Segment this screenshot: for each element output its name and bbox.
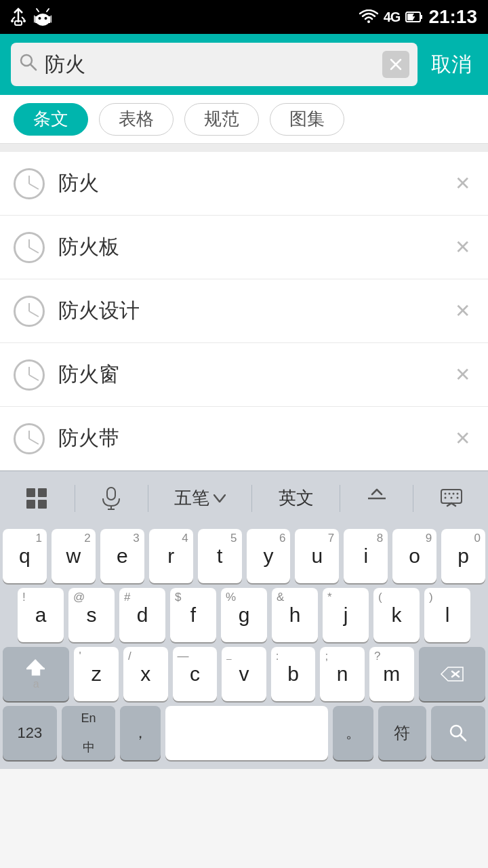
remove-history-button[interactable]: ✕ [450,235,474,260]
key-p[interactable]: 0p [441,529,485,583]
result-text: 防火设计 [58,297,450,325]
lang-switch-button[interactable]: 英文 [268,478,325,519]
tab-atlas[interactable]: 图集 [270,103,344,136]
key-o[interactable]: 9o [392,529,436,583]
history-icon [14,168,45,199]
search-input[interactable] [45,53,375,76]
list-item[interactable]: 防火带 ✕ [0,407,488,471]
comma-key[interactable]: ， [120,706,161,760]
special-chars-key[interactable]: 符 [378,706,427,760]
space-key[interactable] [165,706,327,760]
key-f[interactable]: $f [170,588,216,642]
key-row-4: 123 En 中 ， 。 符 [3,706,485,760]
key-m[interactable]: ?m [369,647,414,701]
separator [251,485,252,512]
key-l[interactable]: )l [424,588,470,642]
key-j[interactable]: *j [323,588,369,642]
key-q[interactable]: 1q [3,529,47,583]
key-z[interactable]: 'z [74,647,119,701]
clear-search-button[interactable] [382,51,409,78]
tab-article[interactable]: 条文 [14,103,88,136]
key-i[interactable]: 8i [344,529,388,583]
hide-keyboard-icon [440,488,463,509]
dropdown-icon [214,494,226,502]
svg-point-12 [39,17,41,20]
input-method-label: 五笔 [174,486,209,510]
remove-history-button[interactable]: ✕ [450,427,474,451]
shift-key[interactable]: a [3,647,69,701]
svg-line-4 [22,17,24,20]
search-bar: 取消 [0,34,488,95]
remove-history-button[interactable]: ✕ [450,299,474,323]
result-text: 防火板 [58,233,450,261]
usb-icon [11,7,26,26]
key-v[interactable]: _v [222,647,266,701]
result-text: 防火带 [58,425,450,452]
remove-history-button[interactable]: ✕ [450,172,474,196]
list-item[interactable]: 防火 ✕ [0,152,488,216]
lang-key[interactable]: En 中 [62,706,116,760]
result-text: 防火 [58,170,450,197]
period-key[interactable]: 。 [333,706,373,760]
hide-keyboard-button[interactable] [429,478,474,519]
keyboard: 1q 2w 3e 4r 5t 6y 7u 8i 9o 0p !a @s #d $… [0,525,488,769]
list-item[interactable]: 防火板 ✕ [0,216,488,279]
key-h[interactable]: &h [272,588,318,642]
key-b[interactable]: :b [271,647,316,701]
key-g[interactable]: %g [221,588,267,642]
backspace-key[interactable] [419,647,485,701]
list-item[interactable]: 防火窗 ✕ [0,343,488,407]
svg-rect-24 [38,500,47,509]
lang-switch-label: 英文 [279,486,314,510]
key-u[interactable]: 7u [295,529,339,583]
list-item[interactable]: 防火设计 ✕ [0,279,488,343]
status-icons-left [11,7,52,26]
android-icon [34,7,52,26]
svg-rect-25 [107,488,115,500]
mic-button[interactable] [90,478,132,519]
wifi-icon [359,9,378,24]
key-a[interactable]: !a [18,588,64,642]
key-row-3: a 'z /x —c _v :b ;n ?m [3,647,485,701]
key-s[interactable]: @s [68,588,115,642]
num-switch-key[interactable]: 123 [3,706,57,760]
key-n[interactable]: ;n [320,647,365,701]
separator [75,485,75,512]
svg-rect-22 [38,488,47,497]
key-c[interactable]: —c [173,647,218,701]
separator [413,485,413,512]
search-keyboard-key[interactable] [431,706,485,760]
svg-rect-1 [15,21,22,25]
keyboard-toolbar: 五笔 英文 [0,471,488,525]
svg-rect-7 [35,16,50,23]
result-text: 防火窗 [58,361,450,389]
svg-line-2 [12,17,15,20]
svg-rect-31 [441,490,462,503]
input-method-button[interactable]: 五笔 [163,478,237,519]
key-e[interactable]: 3e [100,529,144,583]
cancel-button[interactable]: 取消 [426,51,477,79]
key-x[interactable]: /x [123,647,168,701]
key-t[interactable]: 5t [198,529,242,583]
tab-table[interactable]: 表格 [99,103,174,136]
grid-button[interactable] [14,478,59,519]
divider [0,144,488,152]
key-k[interactable]: (k [373,588,420,642]
key-row-1: 1q 2w 3e 4r 5t 6y 7u 8i 9o 0p [3,529,485,583]
tab-norm[interactable]: 规范 [184,103,259,136]
svg-point-13 [45,17,47,20]
key-y[interactable]: 6y [247,529,291,583]
remove-history-button[interactable]: ✕ [450,363,474,387]
svg-rect-23 [26,500,35,509]
key-r[interactable]: 4r [149,529,193,583]
search-input-container[interactable] [11,43,418,86]
cursor-button[interactable] [356,478,398,519]
svg-line-29 [372,490,377,494]
tab-bar: 条文 表格 规范 图集 [0,95,488,144]
key-w[interactable]: 2w [52,529,96,583]
cursor-icon [367,488,387,509]
grid-icon [25,487,48,510]
svg-rect-21 [26,488,35,497]
key-d[interactable]: #d [119,588,165,642]
separator [340,485,340,512]
